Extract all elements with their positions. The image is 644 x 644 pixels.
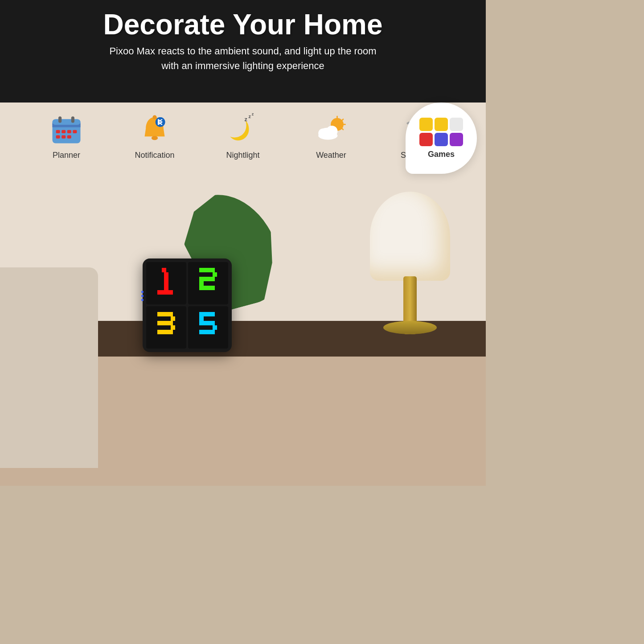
games-tile-5 bbox=[435, 133, 448, 146]
svg-rect-46 bbox=[199, 268, 215, 272]
svg-rect-2 bbox=[53, 119, 81, 125]
pixel-digit-5 bbox=[188, 306, 228, 349]
page-wrapper: Decorate Your Home Pixoo Max reacts to t… bbox=[0, 0, 486, 486]
svg-rect-3 bbox=[56, 130, 60, 133]
svg-rect-8 bbox=[62, 135, 66, 139]
games-bubble: Games bbox=[406, 103, 477, 174]
svg-rect-4 bbox=[62, 130, 66, 133]
chair bbox=[0, 267, 98, 468]
svg-rect-7 bbox=[56, 135, 60, 139]
side-dot-1 bbox=[141, 291, 144, 293]
nightlight-label: Nightlight bbox=[226, 151, 259, 160]
svg-rect-45 bbox=[157, 290, 173, 295]
games-tile-1 bbox=[419, 118, 433, 131]
pixoo-device bbox=[143, 258, 232, 352]
games-grid bbox=[419, 118, 463, 146]
notification-label: Notification bbox=[135, 151, 174, 160]
games-tile-6 bbox=[450, 133, 463, 146]
weather-icon bbox=[313, 111, 349, 147]
svg-rect-40 bbox=[162, 268, 166, 272]
header-area: Decorate Your Home Pixoo Max reacts to t… bbox=[0, 9, 486, 73]
svg-rect-6 bbox=[73, 130, 77, 133]
svg-point-16 bbox=[156, 117, 165, 127]
planner-label: Planner bbox=[53, 151, 80, 160]
svg-rect-53 bbox=[157, 321, 173, 325]
svg-rect-48 bbox=[199, 277, 215, 281]
svg-rect-47 bbox=[213, 272, 217, 277]
games-tile-3 bbox=[450, 118, 463, 131]
svg-rect-59 bbox=[213, 325, 217, 330]
feature-nightlight: z z z Nightlight bbox=[214, 111, 272, 160]
svg-rect-42 bbox=[164, 277, 168, 281]
subtitle: Pixoo Max reacts to the ambient sound, a… bbox=[65, 44, 421, 73]
subtitle-line1: Pixoo Max reacts to the ambient sound, a… bbox=[109, 45, 376, 57]
notification-icon: ★ bbox=[137, 111, 172, 147]
svg-rect-58 bbox=[199, 321, 215, 325]
svg-rect-51 bbox=[157, 312, 173, 316]
pixel-digit-2 bbox=[188, 262, 228, 304]
nightlight-icon: z z z bbox=[225, 111, 261, 147]
svg-rect-52 bbox=[171, 316, 175, 321]
planner-icon bbox=[49, 111, 84, 147]
svg-rect-9 bbox=[67, 135, 71, 139]
svg-rect-43 bbox=[164, 281, 168, 286]
side-dots bbox=[141, 291, 144, 301]
svg-point-12 bbox=[153, 115, 157, 119]
lamp-base-bottom bbox=[383, 321, 437, 334]
lamp-shade bbox=[370, 192, 450, 281]
games-tile-2 bbox=[435, 118, 448, 131]
svg-rect-60 bbox=[199, 330, 215, 334]
svg-rect-54 bbox=[171, 325, 175, 330]
svg-rect-49 bbox=[199, 281, 204, 286]
svg-rect-44 bbox=[164, 286, 168, 290]
svg-text:z: z bbox=[249, 114, 251, 119]
svg-rect-57 bbox=[199, 316, 204, 321]
feature-planner: Planner bbox=[37, 111, 95, 160]
side-dot-3 bbox=[141, 299, 144, 301]
pixel-digit-3 bbox=[146, 306, 186, 349]
feature-weather: Weather bbox=[302, 111, 360, 160]
svg-text:z: z bbox=[245, 116, 247, 123]
games-tile-4 bbox=[419, 133, 433, 146]
svg-rect-41 bbox=[164, 272, 168, 277]
svg-rect-11 bbox=[71, 116, 74, 123]
svg-rect-50 bbox=[199, 286, 215, 290]
pixoo-screen bbox=[146, 262, 228, 349]
svg-rect-5 bbox=[67, 130, 71, 133]
games-label: Games bbox=[428, 150, 455, 159]
svg-rect-55 bbox=[157, 330, 173, 334]
svg-rect-56 bbox=[199, 312, 215, 316]
pixel-digit-1 bbox=[146, 262, 186, 304]
weather-label: Weather bbox=[316, 151, 346, 160]
subtitle-line2: with an immersive lighting experience bbox=[161, 60, 324, 71]
features-row: Planner ★ Notif bbox=[22, 111, 464, 160]
svg-rect-10 bbox=[58, 116, 62, 123]
svg-text:z: z bbox=[252, 113, 254, 116]
svg-line-22 bbox=[341, 119, 343, 121]
side-dot-2 bbox=[141, 295, 144, 297]
svg-point-13 bbox=[152, 136, 158, 140]
svg-line-24 bbox=[341, 128, 343, 130]
main-title: Decorate Your Home bbox=[0, 9, 486, 40]
feature-notification: ★ Notification bbox=[126, 111, 184, 160]
svg-point-28 bbox=[318, 131, 337, 139]
